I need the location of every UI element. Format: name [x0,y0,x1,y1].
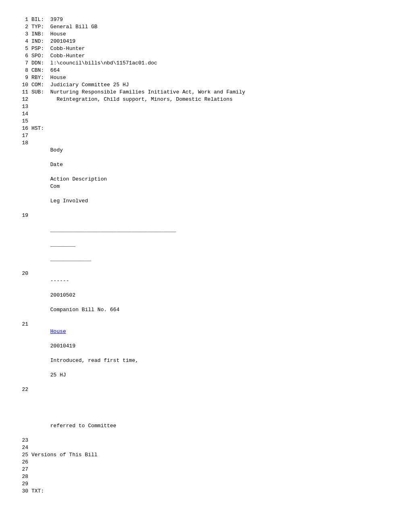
sub-continuation: Reintegration, Child support, Minors, Do… [31,96,232,102]
bil-value: 3979 [50,17,63,23]
line-content-23 [31,437,391,444]
line-5: 5 PSP: Cobb-Hunter [20,45,391,52]
line-8: 8 CBN: 664 [20,67,391,74]
line-num-20: 20 [20,270,31,321]
psp-value: Cobb-Hunter [50,46,85,52]
line-num-10: 10 [20,81,31,89]
line-num-24: 24 [20,444,31,451]
line-content-2: TYP: General Bill GB [31,23,391,31]
cbn-value: 664 [50,67,60,73]
versions-label: Versions of This Bill [31,452,98,458]
line-num-16: 16 [20,125,31,132]
line-num-29: 29 [20,480,31,488]
line-content-24 [31,444,391,451]
bil-label: BIL: [31,17,44,23]
line-content-12: Reintegration, Child support, Minors, Do… [31,96,391,103]
inb-value: House [50,31,66,37]
line-3: 3 INB: House [20,31,391,38]
row2-date: 20010419 [50,343,83,350]
line-7: 7 DDN: l:\council\bills\nbd\11571ac01.do… [20,60,391,67]
line-content-19: ________________________________________… [31,212,391,270]
line-num-17: 17 [20,132,31,139]
line-1: 1 BIL: 3979 [20,16,391,23]
line-29: 29 [20,480,391,488]
txt-label: TXT: [31,488,44,494]
line-content-18: Body Date Action Description Com Leg Inv… [31,139,391,212]
hst-label: HST: [31,125,44,131]
sub-label: SUB: [31,89,44,95]
line-30: 30 TXT: [20,488,391,495]
line-num-4: 4 [20,38,31,45]
separator-gap [50,234,57,240]
line-content-7: DDN: l:\council\bills\nbd\11571ac01.doc [31,60,391,67]
inb-label: INB: [31,31,44,37]
line-10: 10 COM: Judiciary Committee 25 HJ [20,81,391,89]
line-25: 25 Versions of This Bill [20,451,391,459]
line-num-3: 3 [20,31,31,38]
line-22: 22 referred to Committee [20,386,391,437]
line-28: 28 [20,473,391,480]
line-content-17 [31,132,391,139]
line-num-18: 18 [20,139,31,212]
line-content-20: ------ 20010502 Companion Bill No. 664 [31,270,391,321]
house-link[interactable]: House [50,328,66,335]
line-11: 11 SUB: Nurturing Responsible Families I… [20,89,391,96]
line-content-1: BIL: 3979 [31,16,391,23]
line-num-7: 7 [20,60,31,67]
line-content-16: HST: [31,125,391,132]
ddn-label: DDN: [31,60,44,66]
line-16: 16 HST: [20,125,391,132]
line-content-26 [31,459,391,466]
line-num-15: 15 [20,118,31,125]
line-content-14 [31,110,391,118]
line-content-9: RBY: House [31,74,391,81]
line-23: 23 [20,437,391,444]
line-20: 20 ------ 20010502 Companion Bill No. 66… [20,270,391,321]
psp-label: PSP: [31,46,44,52]
row2-com: 25 HJ [50,372,66,378]
line-15: 15 [20,118,391,125]
line-13: 13 [20,103,391,110]
line-content-13 [31,103,391,110]
com-label: COM: [31,82,44,88]
line-content-27 [31,466,391,473]
line-num-12: 12 [20,96,31,103]
row2-action: Introduced, read first time, [50,357,195,364]
ind-value: 20010419 [50,38,75,44]
col-header-date: Date [50,162,63,168]
com-value: Judiciary Committee 25 HJ [50,82,129,88]
line-17: 17 [20,132,391,139]
line-num-30: 30 [20,488,31,495]
line-21: 21 House 20010419 Introduced, read first… [20,321,391,386]
line-num-26: 26 [20,459,31,466]
line-content-22: referred to Committee [31,386,391,437]
line-num-21: 21 [20,321,31,386]
line-num-25: 25 [20,451,31,459]
line-content-8: CBN: 664 [31,67,391,74]
line-content-5: PSP: Cobb-Hunter [31,45,391,52]
line-4: 4 IND: 20010419 [20,38,391,45]
line-num-2: 2 [20,23,31,31]
separator-gap2 [50,249,54,255]
line-content-29 [31,480,391,488]
sub-value: Nurturing Responsible Families Initiativ… [50,89,245,95]
ddn-value: l:\council\bills\nbd\11571ac01.doc [50,60,157,66]
separator-body [50,220,73,226]
line-num-1: 1 [20,16,31,23]
col-header-com: Com [50,183,75,190]
typ-value: General Bill GB [50,24,98,30]
line-content-30: TXT: [31,488,391,495]
line-2: 2 TYP: General Bill GB [20,23,391,31]
line-9: 9 RBY: House [20,74,391,81]
line-num-11: 11 [20,89,31,96]
line-num-27: 27 [20,466,31,473]
spo-value: Cobb-Hunter [50,53,85,59]
line-num-5: 5 [20,45,31,52]
line-27: 27 [20,466,391,473]
line-14: 14 [20,110,391,118]
line-num-13: 13 [20,103,31,110]
col-header-leg: Leg Involved [50,198,88,204]
cbn-label: CBN: [31,67,44,73]
line-num-8: 8 [20,67,31,74]
line-num-28: 28 [20,473,31,480]
